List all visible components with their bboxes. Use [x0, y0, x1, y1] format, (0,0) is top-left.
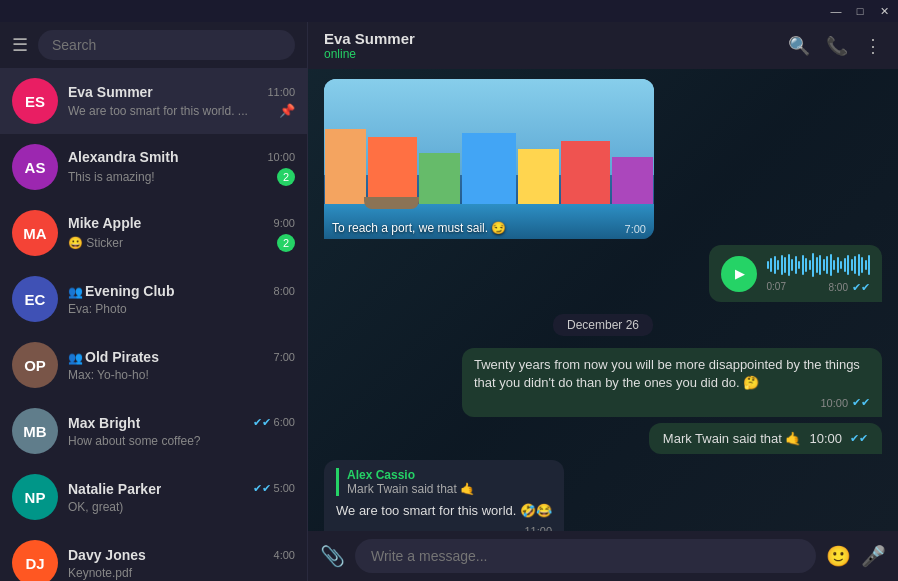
bar — [784, 257, 786, 273]
bar — [781, 255, 783, 275]
chat-item-as[interactable]: AS Alexandra Smith 10:00 This is amazing… — [0, 134, 307, 200]
chat-item-dj[interactable]: DJ Davy Jones 4:00 Keynote.pdf — [0, 530, 307, 581]
bar — [819, 255, 821, 275]
chat-name-mb: Max Bright — [68, 415, 140, 431]
bar — [865, 260, 867, 270]
received-body: We are too smart for this world. 🤣😂 — [336, 502, 552, 520]
bar — [861, 257, 863, 273]
bar — [774, 256, 776, 274]
bar — [854, 256, 856, 274]
quote-text: Mark Twain said that 🤙 — [347, 482, 552, 496]
image-time: 7:00 — [625, 223, 646, 235]
bar — [840, 261, 842, 269]
bar — [823, 259, 825, 271]
app-container: ☰ ES Eva Summer 11:00 We are too smart f… — [0, 22, 898, 581]
chat-item-ma[interactable]: MA Mike Apple 9:00 😀 Sticker 2 — [0, 200, 307, 266]
bar — [837, 257, 839, 273]
microphone-icon[interactable]: 🎤 — [861, 544, 886, 568]
chat-preview-ec: Eva: Photo — [68, 302, 295, 316]
chat-info-mb: Max Bright ✔✔ 6:00 How about some coffee… — [68, 415, 295, 448]
chat-item-ec[interactable]: EC 👥Evening Club 8:00 Eva: Photo — [0, 266, 307, 332]
bar — [858, 254, 860, 276]
bar — [851, 259, 853, 271]
bar — [795, 256, 797, 274]
avatar-np: NP — [12, 474, 58, 520]
sidebar: ☰ ES Eva Summer 11:00 We are too smart f… — [0, 22, 308, 581]
search-input[interactable] — [52, 37, 281, 53]
bar — [770, 258, 772, 272]
phone-icon[interactable]: 📞 — [826, 35, 848, 57]
pin-icon-es: 📌 — [279, 103, 295, 118]
long-text-time: 10:00 — [820, 397, 848, 409]
attach-icon[interactable]: 📎 — [320, 544, 345, 568]
chat-header: Eva Summer online 🔍 📞 ⋮ — [308, 22, 898, 69]
voice-msg-time: 8:00 — [829, 282, 848, 293]
bar — [798, 261, 800, 269]
long-text-check: ✔✔ — [852, 396, 870, 409]
chat-time-es: 11:00 — [267, 86, 295, 98]
message-input-container[interactable] — [355, 539, 816, 573]
chat-time-ma: 9:00 — [274, 217, 295, 229]
chat-info-es: Eva Summer 11:00 We are too smart for th… — [68, 84, 295, 118]
bar — [830, 254, 832, 276]
sent-pill-text: Mark Twain said that 🤙 — [663, 431, 802, 446]
chat-info-op: 👥Old Pirates 7:00 Max: Yo-ho-ho! — [68, 349, 295, 382]
chat-preview-np: OK, great) — [68, 500, 295, 514]
chat-preview-dj: Keynote.pdf — [68, 566, 295, 580]
chat-info-ma: Mike Apple 9:00 😀 Sticker 2 — [68, 215, 295, 252]
chat-preview-ma: 😀 Sticker — [68, 236, 271, 250]
quote-author: Alex Cassio — [347, 468, 552, 482]
long-text-content: Twenty years from now you will be more d… — [474, 356, 870, 392]
chat-item-op[interactable]: OP 👥Old Pirates 7:00 Max: Yo-ho-ho! — [0, 332, 307, 398]
search-bar[interactable] — [38, 30, 295, 60]
chat-time-dj: 4:00 — [274, 549, 295, 561]
waveform-bars — [767, 253, 871, 277]
chat-name-ma: Mike Apple — [68, 215, 141, 231]
voice-message: 0:07 8:00 ✔✔ — [709, 245, 883, 302]
search-icon[interactable]: 🔍 — [788, 35, 810, 57]
chat-item-es[interactable]: ES Eva Summer 11:00 We are too smart for… — [0, 68, 307, 134]
close-button[interactable]: ✕ — [878, 5, 890, 17]
date-badge: December 26 — [553, 314, 653, 336]
chat-preview-op: Max: Yo-ho-ho! — [68, 368, 295, 382]
avatar-es: ES — [12, 78, 58, 124]
image-message: To reach a port, we must sail. 😏 7:00 — [324, 79, 654, 239]
bar — [788, 254, 790, 276]
messages-area: To reach a port, we must sail. 😏 7:00 — [308, 69, 898, 531]
bar — [833, 260, 835, 270]
chat-info-dj: Davy Jones 4:00 Keynote.pdf — [68, 547, 295, 580]
minimize-button[interactable]: — — [830, 5, 842, 17]
avatar-op: OP — [12, 342, 58, 388]
maximize-button[interactable]: □ — [854, 5, 866, 17]
chat-input-area: 📎 🙂 🎤 — [308, 531, 898, 581]
menu-icon[interactable]: ☰ — [12, 34, 28, 56]
badge-ma: 2 — [277, 234, 295, 252]
chat-time-as: 10:00 — [267, 151, 295, 163]
message-input[interactable] — [371, 548, 800, 564]
more-options-icon[interactable]: ⋮ — [864, 35, 882, 57]
chat-time-ec: 8:00 — [274, 285, 295, 297]
bar — [767, 261, 769, 269]
chat-header-icons: 🔍 📞 ⋮ — [788, 35, 882, 57]
chat-name-op: 👥Old Pirates — [68, 349, 159, 365]
chat-info-as: Alexandra Smith 10:00 This is amazing! 2 — [68, 149, 295, 186]
chat-main: Eva Summer online 🔍 📞 ⋮ — [308, 22, 898, 581]
received-message: Alex Cassio Mark Twain said that 🤙 We ar… — [324, 460, 564, 531]
chat-item-np[interactable]: NP Natalie Parker ✔✔ 5:00 OK, great) — [0, 464, 307, 530]
chat-preview-as: This is amazing! — [68, 170, 271, 184]
image-content: To reach a port, we must sail. 😏 7:00 — [324, 79, 654, 239]
image-caption: To reach a port, we must sail. 😏 — [332, 221, 646, 235]
emoji-icon[interactable]: 🙂 — [826, 544, 851, 568]
bar — [847, 255, 849, 275]
sidebar-header: ☰ — [0, 22, 307, 68]
avatar-dj: DJ — [12, 540, 58, 581]
titlebar: — □ ✕ — [0, 0, 898, 22]
play-button[interactable] — [721, 256, 757, 292]
chat-name-dj: Davy Jones — [68, 547, 146, 563]
chat-time-np: ✔✔ 5:00 — [253, 482, 295, 495]
chat-preview-es: We are too smart for this world. ... — [68, 104, 275, 118]
bar — [844, 258, 846, 272]
voice-check-icon: ✔✔ — [852, 281, 870, 294]
chat-name-es: Eva Summer — [68, 84, 153, 100]
chat-item-mb[interactable]: MB Max Bright ✔✔ 6:00 How about some cof… — [0, 398, 307, 464]
